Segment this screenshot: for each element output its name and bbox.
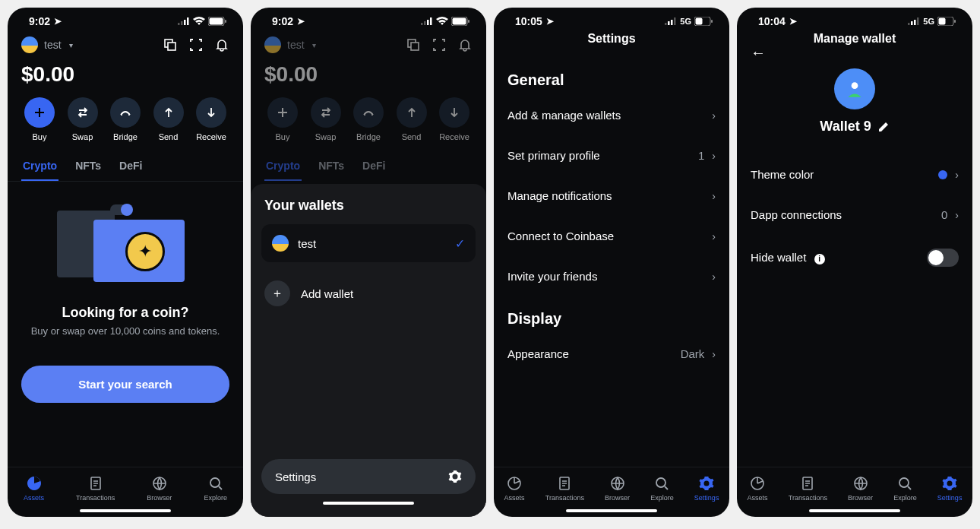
plus-icon xyxy=(24,97,55,128)
search-icon xyxy=(207,475,224,492)
nav-browser[interactable]: Browser xyxy=(147,475,172,502)
add-wallet[interactable]: ＋ Add wallet xyxy=(261,273,476,314)
status-bar: 10:05➤ 5G xyxy=(494,8,729,30)
doc-icon xyxy=(556,475,573,492)
row-appearance[interactable]: Appearance Dark› xyxy=(494,334,729,374)
nav-settings[interactable]: Settings xyxy=(937,475,963,502)
wifi-icon xyxy=(436,17,448,26)
svg-rect-15 xyxy=(430,17,432,25)
color-swatch xyxy=(938,170,947,179)
globe-icon xyxy=(151,475,168,492)
copy-icon[interactable] xyxy=(406,37,421,52)
plus-icon xyxy=(267,97,298,128)
nav-transactions[interactable]: Transactions xyxy=(545,475,584,502)
nav-explore[interactable]: Explore xyxy=(650,475,674,502)
svg-rect-17 xyxy=(453,18,466,25)
copy-icon[interactable] xyxy=(163,37,178,52)
network-label: 5G xyxy=(680,17,691,26)
battery-icon xyxy=(937,17,956,26)
action-send[interactable]: Send xyxy=(147,97,190,141)
action-receive[interactable]: Receive xyxy=(433,97,476,141)
action-send[interactable]: Send xyxy=(390,97,433,141)
nav-browser[interactable]: Browser xyxy=(848,475,873,502)
tab-crypto[interactable]: Crypto xyxy=(21,154,58,181)
tab-defi[interactable]: DeFi xyxy=(361,154,387,181)
status-icons xyxy=(421,17,469,26)
home-indicator[interactable] xyxy=(323,502,414,505)
nav-settings[interactable]: Settings xyxy=(694,475,719,502)
row-add-manage-wallets[interactable]: Add & manage wallets › xyxy=(494,95,729,135)
chevron-down-icon: ▾ xyxy=(69,41,73,49)
bottom-nav: Assets Transactions Browser Explore xyxy=(8,467,243,506)
nav-browser[interactable]: Browser xyxy=(605,475,630,502)
action-buy[interactable]: Buy xyxy=(261,97,304,141)
wifi-icon xyxy=(193,17,205,26)
home-indicator[interactable] xyxy=(80,509,171,512)
action-bridge[interactable]: Bridge xyxy=(104,97,147,141)
gear-icon xyxy=(448,470,462,483)
row-theme-color[interactable]: Theme color › xyxy=(737,154,972,195)
nav-assets[interactable]: Assets xyxy=(24,475,44,502)
wallet-name: Wallet 9 xyxy=(820,119,871,135)
nav-transactions[interactable]: Transactions xyxy=(76,475,115,502)
row-invite-friends[interactable]: Invite your friends › xyxy=(494,256,729,296)
info-icon[interactable]: i xyxy=(814,254,825,264)
bell-icon[interactable] xyxy=(457,37,473,52)
account-switcher[interactable]: test ▾ xyxy=(21,36,73,53)
page-title: Settings xyxy=(494,30,729,58)
status-time: 9:02 xyxy=(29,15,50,27)
wallet-item[interactable]: test ✓ xyxy=(261,224,476,262)
arrow-down-icon xyxy=(439,97,469,128)
tab-nfts[interactable]: NFTs xyxy=(74,154,103,181)
signal-icon xyxy=(908,17,920,25)
svg-rect-37 xyxy=(939,18,946,25)
tab-nfts[interactable]: NFTs xyxy=(317,154,346,181)
back-button[interactable]: ← xyxy=(751,44,766,62)
pie-icon xyxy=(26,475,43,492)
signal-icon xyxy=(421,17,433,25)
chevron-right-icon: › xyxy=(955,169,959,181)
scan-icon[interactable] xyxy=(432,37,447,52)
bottom-nav: Assets Transactions Browser Explore Sett… xyxy=(737,467,972,506)
svg-rect-35 xyxy=(917,17,919,25)
scan-icon[interactable] xyxy=(188,37,204,52)
row-value: Dark xyxy=(681,347,705,360)
edit-icon[interactable] xyxy=(877,121,890,133)
globe-icon xyxy=(609,475,626,492)
svg-rect-38 xyxy=(954,20,956,23)
action-swap[interactable]: Swap xyxy=(62,97,104,141)
plus-icon: ＋ xyxy=(264,280,290,306)
nav-explore[interactable]: Explore xyxy=(204,475,227,502)
start-search-button[interactable]: Start your search xyxy=(21,366,229,403)
nav-assets[interactable]: Assets xyxy=(504,475,525,502)
tab-defi[interactable]: DeFi xyxy=(118,154,144,181)
check-icon: ✓ xyxy=(455,236,465,251)
home-indicator[interactable] xyxy=(566,509,657,512)
wallet-name: test xyxy=(298,237,446,250)
svg-point-43 xyxy=(899,478,909,487)
row-connect-coinbase[interactable]: Connect to Coinbase › xyxy=(494,216,729,256)
nav-explore[interactable]: Explore xyxy=(893,475,917,502)
action-buy[interactable]: Buy xyxy=(18,97,61,141)
swap-icon xyxy=(68,97,98,128)
action-swap[interactable]: Swap xyxy=(305,97,347,141)
home-indicator[interactable] xyxy=(809,509,900,512)
signal-icon xyxy=(178,17,190,25)
battery-icon xyxy=(694,17,713,26)
sheet-title: Your wallets xyxy=(264,198,473,214)
bell-icon[interactable] xyxy=(214,37,229,52)
row-primary-profile[interactable]: Set primary profile 1› xyxy=(494,135,729,176)
nav-transactions[interactable]: Transactions xyxy=(789,475,827,502)
action-bridge[interactable]: Bridge xyxy=(347,97,390,141)
nav-assets[interactable]: Assets xyxy=(748,475,768,502)
hide-wallet-toggle[interactable] xyxy=(927,249,959,267)
action-receive[interactable]: Receive xyxy=(190,97,232,141)
account-switcher[interactable]: test ▾ xyxy=(264,36,316,53)
wallets-sheet: Your wallets test ✓ ＋ Add wallet Setting… xyxy=(251,184,486,517)
tab-crypto[interactable]: Crypto xyxy=(264,154,302,181)
arrow-up-icon xyxy=(397,97,427,128)
sheet-settings[interactable]: Settings xyxy=(261,459,476,494)
row-notifications[interactable]: Manage notifications › xyxy=(494,176,729,216)
chevron-right-icon: › xyxy=(712,271,716,283)
row-dapp-connections[interactable]: Dapp connections 0› xyxy=(737,195,972,235)
